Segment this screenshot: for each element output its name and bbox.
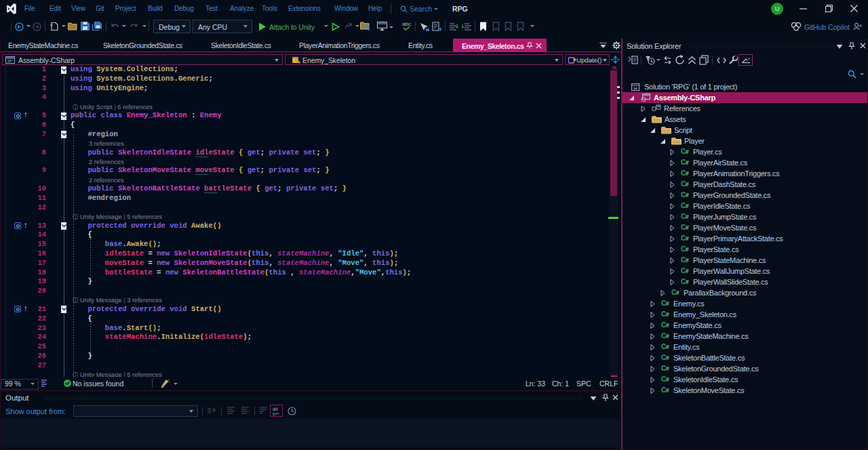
svg-text:C: C	[294, 57, 298, 63]
